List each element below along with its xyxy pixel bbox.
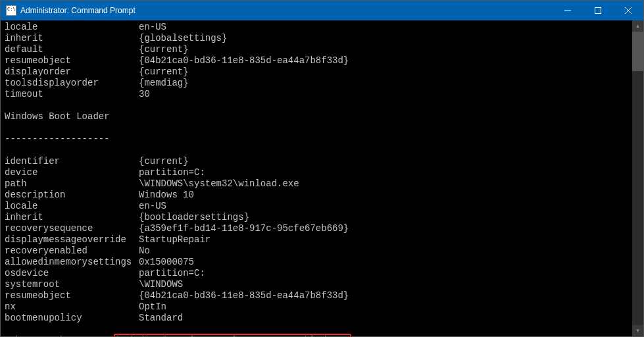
row-value: partition=C: xyxy=(139,268,628,279)
row-value: {04b21ca0-bd36-11e8-835d-ea44a7b8f33d} xyxy=(139,55,628,66)
highlighted-command: bcdedit /set {current} recoveryenabled Y… xyxy=(114,334,351,336)
output-row: inherit{bootloadersettings} xyxy=(5,212,628,223)
prompt: C:\WINDOWS\system32> xyxy=(5,335,115,336)
output-row: default{current} xyxy=(5,44,628,55)
scroll-thumb[interactable] xyxy=(632,32,643,71)
output-row: bootmenupolicyStandard xyxy=(5,313,628,324)
row-key: locale xyxy=(5,201,139,212)
row-value: {04b21ca0-bd36-11e8-835d-ea44a7b8f33d} xyxy=(139,290,628,301)
row-key: allowedinmemorysettings xyxy=(5,257,139,268)
row-key: identifier xyxy=(5,156,139,167)
row-value: Windows 10 xyxy=(139,190,628,201)
row-key: timeout xyxy=(5,89,139,100)
section-header: Windows Boot Loader xyxy=(5,111,628,122)
output-row: allowedinmemorysettings0x15000075 xyxy=(5,257,628,268)
row-value: {current} xyxy=(139,44,628,55)
row-key: osdevice xyxy=(5,268,139,279)
row-key: resumeobject xyxy=(5,55,139,66)
row-key: resumeobject xyxy=(5,290,139,301)
output-row: identifier{current} xyxy=(5,156,628,167)
row-value: {bootloadersettings} xyxy=(139,212,628,223)
output-row: displaymessageoverrideStartupRepair xyxy=(5,234,628,246)
minimize-icon xyxy=(564,7,571,14)
row-value: en-US xyxy=(139,22,628,33)
row-value: partition=C: xyxy=(139,167,628,178)
row-value: 30 xyxy=(139,89,628,100)
output-row: displayorder{current} xyxy=(5,66,628,78)
row-value: {current} xyxy=(139,66,628,78)
row-key: toolsdisplayorder xyxy=(5,78,139,89)
command-line: C:\WINDOWS\system32>bcdedit /set {curren… xyxy=(5,335,628,336)
row-key: bootmenupolicy xyxy=(5,313,139,324)
row-key: systemroot xyxy=(5,279,139,290)
output-row: nxOptIn xyxy=(5,301,628,313)
window-controls xyxy=(553,1,643,20)
terminal-output[interactable]: localeen-USinherit{globalsettings}defaul… xyxy=(1,20,632,336)
output-row: resumeobject{04b21ca0-bd36-11e8-835d-ea4… xyxy=(5,290,628,301)
row-key: recoveryenabled xyxy=(5,246,139,257)
row-value: \WINDOWS xyxy=(139,279,628,290)
output-row: localeen-US xyxy=(5,201,628,212)
close-icon xyxy=(625,7,632,14)
terminal-area[interactable]: localeen-USinherit{globalsettings}defaul… xyxy=(1,20,643,336)
row-key: default xyxy=(5,44,139,55)
row-key: recoverysequence xyxy=(5,223,139,234)
output-row: localeen-US xyxy=(5,22,628,33)
cmd-icon xyxy=(6,5,16,16)
output-row: systemroot\WINDOWS xyxy=(5,279,628,290)
row-key: device xyxy=(5,167,139,178)
close-button[interactable] xyxy=(613,1,643,20)
output-row: toolsdisplayorder{memdiag} xyxy=(5,78,628,89)
command-prompt-window: Administrator: Command Prompt localeen-U… xyxy=(0,0,644,337)
row-key: path xyxy=(5,178,139,190)
vertical-scrollbar[interactable]: ▲ ▼ xyxy=(632,20,643,336)
row-value: {globalsettings} xyxy=(139,33,628,44)
scroll-track[interactable] xyxy=(632,32,643,325)
output-row: timeout30 xyxy=(5,89,628,100)
row-value: en-US xyxy=(139,201,628,212)
row-key: inherit xyxy=(5,212,139,223)
output-row: devicepartition=C: xyxy=(5,167,628,178)
row-value: OptIn xyxy=(139,301,628,313)
row-value: Standard xyxy=(139,313,628,324)
output-row: resumeobject{04b21ca0-bd36-11e8-835d-ea4… xyxy=(5,55,628,66)
row-key: description xyxy=(5,190,139,201)
svg-rect-1 xyxy=(595,8,601,14)
row-key: inherit xyxy=(5,33,139,44)
output-row: inherit{globalsettings} xyxy=(5,33,628,44)
row-key: displayorder xyxy=(5,66,139,78)
scroll-down-button[interactable]: ▼ xyxy=(632,325,643,336)
maximize-icon xyxy=(595,7,601,14)
row-key: locale xyxy=(5,22,139,33)
section-divider: ------------------- xyxy=(5,134,628,145)
maximize-button[interactable] xyxy=(583,1,613,20)
minimize-button[interactable] xyxy=(553,1,583,20)
row-value: StartupRepair xyxy=(139,234,628,246)
titlebar[interactable]: Administrator: Command Prompt xyxy=(1,1,643,20)
row-value: {a359ef1f-bd14-11e8-917c-95cfe67eb669} xyxy=(139,223,628,234)
scroll-up-button[interactable]: ▲ xyxy=(632,20,643,32)
row-value: \WINDOWS\system32\winload.exe xyxy=(139,178,628,190)
output-row: recoveryenabledNo xyxy=(5,246,628,257)
row-key: displaymessageoverride xyxy=(5,234,139,246)
window-title: Administrator: Command Prompt xyxy=(20,6,553,15)
row-value: 0x15000075 xyxy=(139,257,628,268)
row-value: {memdiag} xyxy=(139,78,628,89)
row-value: {current} xyxy=(139,156,628,167)
output-row: recoverysequence{a359ef1f-bd14-11e8-917c… xyxy=(5,223,628,234)
output-row: descriptionWindows 10 xyxy=(5,190,628,201)
output-row: path\WINDOWS\system32\winload.exe xyxy=(5,178,628,190)
output-row: osdevicepartition=C: xyxy=(5,268,628,279)
row-key: nx xyxy=(5,301,139,313)
row-value: No xyxy=(139,246,628,257)
